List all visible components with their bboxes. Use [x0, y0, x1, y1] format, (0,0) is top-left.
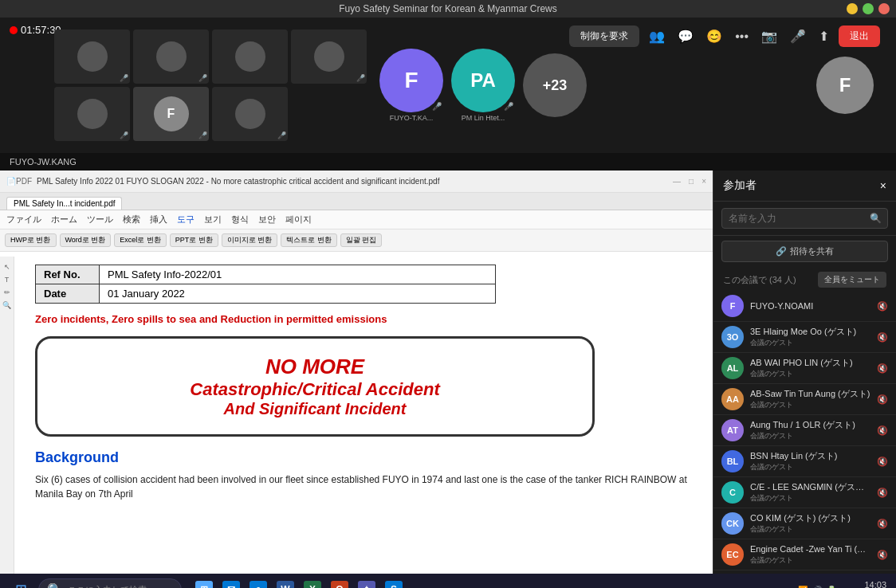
- mute-all-btn[interactable]: 全員をミュート: [818, 272, 886, 288]
- no-more-text: NO MORE: [61, 355, 568, 379]
- menu-insert[interactable]: 挿入: [150, 214, 167, 225]
- participant-mic-icon: 🔇: [877, 519, 888, 529]
- speaker-name-bar: FUYO-JW.KANG: [0, 153, 896, 171]
- avatar-pa-mic: 🎤: [504, 102, 513, 111]
- toolbar-ppt[interactable]: PPT로 변환: [170, 233, 218, 247]
- pdf-maximize[interactable]: □: [689, 177, 694, 186]
- participant-name: AB-Saw Tin Tun Aung (ゲスト): [750, 388, 870, 400]
- menu-dogu[interactable]: 도구: [177, 214, 195, 225]
- skype-icon: S: [385, 581, 403, 588]
- pdf-titlebar: 📄PDF PML Safety Info 2022 01 FUYO SLOGAN…: [0, 171, 713, 193]
- start-button[interactable]: ⊞: [6, 575, 35, 588]
- participant-mic-icon: 🔇: [877, 332, 888, 343]
- participant-info: Engine Cadet -Zwe Yan Ti (ゲスト) 会議のゲスト: [750, 543, 870, 566]
- search-input[interactable]: [721, 208, 888, 229]
- toolbar-excel[interactable]: Excel로 변환: [114, 233, 167, 247]
- menu-home[interactable]: ホーム: [51, 214, 77, 225]
- menu-peiji[interactable]: 페이지: [285, 214, 312, 225]
- ref-value: PML Safety Info-2022/01: [100, 265, 496, 284]
- leave-btn[interactable]: 退出: [839, 25, 880, 47]
- taskbar-app-word[interactable]: W: [273, 575, 298, 588]
- participant-mic-icon: 🔇: [877, 550, 888, 560]
- participant-item: BL BSN Htay Lin (ゲスト) 会議のゲスト 🔇: [713, 446, 896, 477]
- pdf-minimize[interactable]: —: [673, 177, 681, 186]
- toolbar-txt[interactable]: 텍스트로 변환: [281, 233, 337, 247]
- participant-item: F FUYO-F.SEIKE 🔇: [713, 570, 896, 574]
- f-avatar-thumb: F 🎤: [133, 87, 209, 141]
- participant-role: 会議のゲスト: [750, 524, 870, 535]
- ref-label: Ref No.: [36, 265, 100, 284]
- participant-avatar: EC: [721, 543, 744, 566]
- participant-role: 会議のゲスト: [750, 462, 870, 472]
- pdf-tool-3[interactable]: ✏: [4, 288, 10, 296]
- participant-mic-icon: 🔇: [877, 488, 888, 498]
- toolbar-img[interactable]: 이미지로 변환: [222, 233, 278, 247]
- taskbar-app-excel[interactable]: X: [300, 575, 325, 588]
- participant-item: F FUYO-Y.NOAMI 🔇: [713, 291, 896, 322]
- pdf-tool-1[interactable]: ↖: [4, 263, 10, 271]
- menu-boan[interactable]: 보안: [258, 214, 276, 225]
- taskbar: ⊞ 🔍 ここに入力して検索 ⊞✉eWXOtS 📶 🔊 🔋 14:03 2022/…: [0, 574, 896, 588]
- avatar-more-circle[interactable]: +23: [523, 53, 587, 117]
- pdf-tab-1[interactable]: PML Safety In...t incident.pdf: [6, 197, 122, 210]
- maximize-btn[interactable]: [863, 3, 874, 14]
- avatar-f-name: FUYO-T.KA...: [390, 114, 434, 122]
- taskbar-search[interactable]: 🔍 ここに入力して検索: [38, 578, 182, 588]
- participant-item: C C/E - LEE SANGMIN (ゲスト) (ゲ… 会議のゲスト 🔇: [713, 477, 896, 508]
- camera-off-icon[interactable]: 📷: [758, 25, 780, 47]
- participant-name: C/E - LEE SANGMIN (ゲスト) (ゲ…: [750, 481, 870, 493]
- participant-item: AT Aung Thu / 1 OLR (ゲスト) 会議のゲスト 🔇: [713, 415, 896, 446]
- tray-net: 📶: [798, 586, 808, 589]
- taskbar-app-mail[interactable]: ✉: [218, 575, 244, 588]
- mic-off-icon[interactable]: 🎤: [787, 25, 809, 47]
- date-value: 01 January 2022: [100, 284, 496, 304]
- taskbar-app-skype[interactable]: S: [381, 575, 407, 588]
- taskbar-app-file-explorer[interactable]: ⊞: [191, 575, 217, 588]
- menu-bogi[interactable]: 보기: [204, 214, 222, 225]
- participant-role: 会議のゲスト: [750, 493, 870, 504]
- pdf-tool-4[interactable]: 🔍: [2, 301, 11, 309]
- invite-btn[interactable]: 🔗 招待を共有: [721, 241, 888, 262]
- sidebar-close-btn[interactable]: ×: [880, 179, 886, 192]
- toolbar-word[interactable]: Word로 변환: [60, 233, 112, 247]
- background-text: Six (6) cases of collision accident had …: [35, 472, 694, 501]
- pdf-close[interactable]: ×: [701, 177, 706, 186]
- mic-off-7: 🎤: [277, 131, 286, 139]
- participant-role: 会議のゲスト: [750, 431, 870, 441]
- taskbar-app-office[interactable]: O: [327, 575, 352, 588]
- share-icon[interactable]: ⬆: [815, 25, 832, 47]
- pdf-tool-2[interactable]: T: [5, 276, 10, 284]
- reactions-icon[interactable]: 😊: [703, 25, 725, 47]
- participants-sidebar: 参加者 × 🔍 🔗 招待を共有 この会議で (34 人) 全員をミュート F F…: [713, 171, 896, 574]
- taskbar-app-edge[interactable]: e: [246, 575, 271, 588]
- word-icon: W: [277, 581, 294, 588]
- avatar-fuyo-t: F 🎤 FUYO-T.KA...: [379, 49, 443, 122]
- participant-avatar: CK: [721, 512, 744, 535]
- participant-name: FUYO-Y.NOAMI: [750, 301, 870, 311]
- menu-hyeongsik[interactable]: 형식: [231, 214, 249, 225]
- close-btn[interactable]: [878, 3, 890, 14]
- participant-count-bar: この会議で (34 人) 全員をミュート: [713, 267, 896, 291]
- avatar-more[interactable]: +23: [523, 53, 587, 117]
- chat-icon[interactable]: 💬: [674, 25, 697, 47]
- record-indicator: [10, 26, 18, 34]
- teams-icon: t: [358, 581, 375, 588]
- pdf-content[interactable]: ↖ T ✏ 🔍 Ref No. PML Safety Info-2022/01 …: [0, 252, 713, 569]
- toolbar-hwp[interactable]: HWP로 변환: [5, 233, 57, 247]
- participants-icon[interactable]: 👥: [646, 25, 668, 47]
- more-icon[interactable]: •••: [732, 26, 752, 47]
- request-control-btn[interactable]: 制御を要求: [569, 25, 639, 47]
- minimize-btn[interactable]: [847, 3, 858, 14]
- menu-file[interactable]: ファイル: [6, 214, 41, 225]
- menu-tools[interactable]: ツール: [87, 214, 113, 225]
- menu-search[interactable]: 検索: [123, 214, 140, 225]
- participant-mic-icon: 🔇: [877, 301, 888, 312]
- participant-mic-icon: 🔇: [877, 425, 888, 436]
- toolbar-batch[interactable]: 일괄 편집: [340, 233, 383, 247]
- search-area: 🔍: [713, 202, 896, 236]
- participant-info: AB WAI PHO LIN (ゲスト) 会議のゲスト: [750, 357, 870, 379]
- pdf-window-title: PML Safety Info 2022 01 FUYO SLOGAN 2022…: [37, 177, 668, 186]
- participant-mic-icon: 🔇: [877, 394, 888, 405]
- center-avatars-area: F 🎤 FUYO-T.KA... PA 🎤 PM Lin Htet... +23: [379, 49, 587, 122]
- taskbar-app-teams[interactable]: t: [354, 575, 379, 588]
